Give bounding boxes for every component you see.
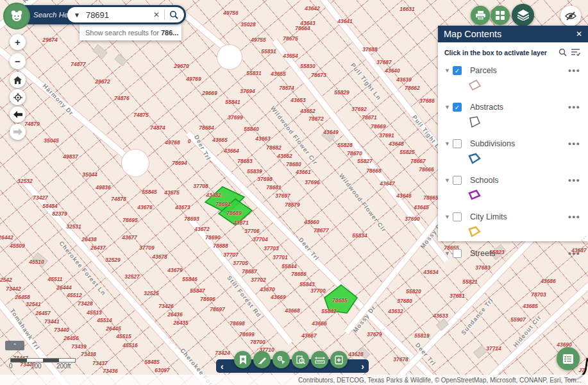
layers-button[interactable] — [512, 4, 534, 26]
apps-button[interactable] — [491, 6, 510, 25]
toolbar-left-chevron[interactable]: ‹ — [221, 362, 224, 371]
parcel-label: 37704 — [253, 236, 268, 243]
parcel-label: 78694 — [172, 160, 187, 166]
parcel-label: 37683 — [475, 264, 491, 271]
chevron-down-icon[interactable]: ▼ — [444, 177, 453, 184]
add-data-button[interactable] — [330, 351, 348, 368]
filter-check-icon[interactable] — [571, 48, 580, 56]
locate-button[interactable] — [10, 89, 26, 105]
layer-checkbox[interactable]: ✓ — [453, 103, 462, 112]
parcel-label: 63097 — [155, 367, 170, 373]
search-tool-button[interactable] — [292, 351, 309, 368]
layer-options-icon[interactable]: ●●● — [568, 177, 580, 184]
dropdown-caret-icon[interactable]: ▼ — [67, 12, 85, 19]
zoom-in-button[interactable]: + — [10, 34, 26, 50]
chevron-down-icon[interactable]: ▼ — [444, 104, 453, 110]
search-input[interactable] — [85, 10, 149, 21]
layer-symbol-parcels — [467, 79, 588, 93]
parcel-label: 43633 — [433, 312, 448, 319]
layer-label[interactable]: Streets — [470, 249, 496, 258]
parcel-label: 73436 — [103, 368, 118, 374]
legend-button[interactable] — [557, 347, 580, 370]
scale-bar — [10, 358, 76, 363]
home-button[interactable] — [10, 72, 26, 88]
measure-button[interactable] — [311, 351, 328, 368]
parcel-label: 78697 — [210, 306, 225, 312]
parcel-label: 32541 — [26, 301, 41, 307]
parcel-label: 55842 — [321, 308, 337, 314]
panel-hint-row: Click in the box to activate layer — [438, 42, 588, 56]
chevron-down-icon[interactable]: ▼ — [444, 250, 453, 257]
magnifier-icon[interactable] — [165, 10, 184, 19]
parcel-label: 73424 — [215, 350, 230, 356]
forward-button[interactable] — [10, 124, 26, 140]
bookmark-button[interactable] — [234, 351, 251, 368]
parcel-label: 74878 — [111, 196, 126, 202]
parcel-label: 43665 — [212, 137, 228, 143]
search-icon[interactable] — [559, 48, 567, 56]
layer-options-icon[interactable]: ●●● — [568, 214, 580, 220]
parcel-label: 37692 — [351, 106, 367, 112]
parcel-label: 78703 — [531, 291, 546, 298]
layer-label[interactable]: Parcels — [470, 66, 497, 75]
close-icon[interactable]: ✕ — [576, 30, 582, 38]
chevron-down-icon[interactable]: ▼ — [444, 67, 453, 74]
select-plus-icon — [277, 355, 286, 364]
visibility-button[interactable] — [560, 6, 581, 26]
parcel-label: 74876 — [114, 95, 130, 101]
cul-de-sac — [217, 44, 242, 70]
layer-row-abstracts: ▼ ✓ Abstracts ●●● — [438, 101, 588, 113]
layer-checkbox[interactable]: ✓ — [453, 66, 462, 75]
search-suggestion[interactable]: Show search results for 786... — [80, 24, 181, 40]
parcel-label: 49756 — [223, 10, 239, 16]
draw-button[interactable] — [253, 351, 271, 368]
parcel-label: 55846 — [182, 276, 197, 282]
layer-checkbox[interactable] — [453, 176, 462, 185]
chevron-down-icon[interactable]: ▼ — [444, 214, 453, 220]
select-button[interactable] — [273, 351, 290, 368]
parcel-label: 43668 — [285, 307, 300, 314]
parcel-label: 78699 — [239, 331, 255, 338]
county-mascot-logo[interactable] — [3, 3, 30, 30]
parcel-label: 55827 — [357, 158, 373, 164]
parcel-label: 32542 — [0, 277, 12, 283]
parcel-label: 43640 — [385, 67, 400, 74]
parcel-label: 78670 — [347, 150, 362, 157]
layer-options-icon[interactable]: ●●● — [568, 104, 580, 110]
parcel-label: 74877 — [71, 61, 86, 67]
layer-checkbox[interactable] — [453, 139, 462, 148]
parcel-label: 37708 — [193, 183, 208, 189]
parcel-label: 26442 — [0, 234, 13, 241]
layer-label[interactable]: Schools — [470, 176, 498, 185]
parcel-label: 37697 — [275, 193, 290, 199]
parcel-label: 43679 — [167, 267, 183, 273]
parcel-label: 26444 — [56, 284, 72, 291]
parcel-label: 43655 — [271, 71, 286, 77]
parcel-label: 35044 — [82, 171, 97, 178]
layer-label[interactable]: Subdivisions — [470, 139, 515, 148]
layer-row-subdivisions: ▼ Subdivisions ●●● — [438, 138, 588, 150]
back-button[interactable] — [10, 107, 26, 123]
clear-x-icon[interactable]: ✕ — [149, 10, 164, 19]
parcel-label: 43669 — [271, 294, 286, 300]
attribution-toggle[interactable]: ⌃ — [5, 341, 24, 350]
parcel-label: 55830 — [300, 63, 315, 69]
layer-options-icon[interactable]: ●●● — [568, 250, 580, 257]
print-button[interactable] — [471, 6, 490, 25]
chevron-down-icon[interactable]: ▼ — [444, 141, 453, 147]
layer-options-icon[interactable]: ●●● — [568, 67, 580, 74]
layer-label[interactable]: City Limits — [470, 212, 507, 221]
parcel-label: 26457 — [35, 310, 51, 316]
toolbar-right-chevron[interactable]: › — [361, 362, 364, 371]
layer-label[interactable]: Abstracts — [470, 103, 503, 112]
layer-options-icon[interactable]: ●●● — [568, 141, 580, 147]
parcel-label: 78696 — [200, 296, 215, 302]
layer-checkbox[interactable] — [453, 249, 462, 258]
layer-checkbox[interactable] — [453, 212, 462, 221]
zoom-out-button[interactable]: − — [10, 53, 26, 69]
parcel-label: 37702 — [251, 277, 266, 283]
parcel-label: 55845 — [142, 189, 157, 195]
app: { "search": { "label": "Search Here:", "… — [0, 0, 588, 385]
parcel-label: 45511 — [47, 276, 62, 282]
panel-resize-grip[interactable]: ⋰ — [581, 235, 587, 241]
